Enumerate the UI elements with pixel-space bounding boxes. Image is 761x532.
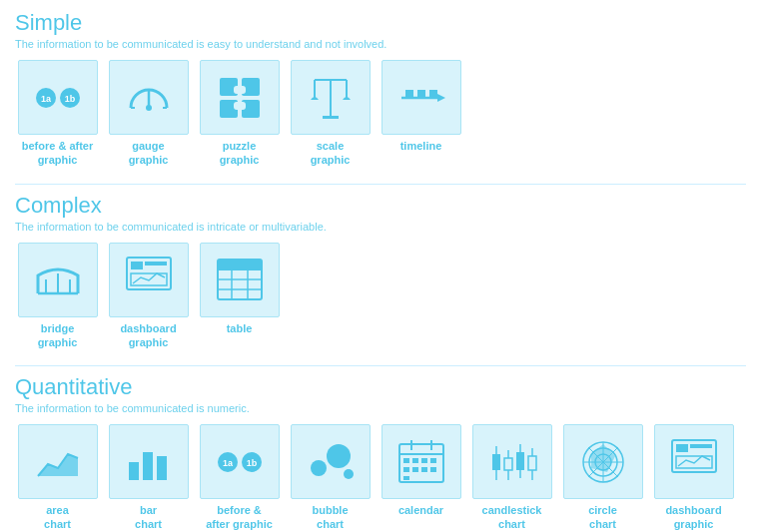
gauge-icon-box	[109, 60, 189, 135]
section-quantitative-items: areachart barchart before &after graphic…	[15, 424, 746, 532]
bar-chart-label: barchart	[135, 503, 162, 532]
section-simple-desc: The information to be communicated is ea…	[15, 38, 746, 50]
bridge-icon-box	[18, 243, 98, 317]
dashboard-label: dashboardgraphic	[120, 321, 176, 350]
item-bridge[interactable]: bridgegraphic	[15, 243, 100, 350]
item-puzzle[interactable]: puzzlegraphic	[197, 60, 282, 168]
bubble-chart-icon-box	[291, 424, 371, 499]
timeline-label: timeline	[400, 139, 442, 153]
item-dashboard-graphic-q[interactable]: dashboardgraphic	[651, 424, 736, 532]
before-after-icon-box	[18, 60, 98, 135]
area-chart-label: areachart	[44, 503, 71, 532]
timeline-icon-box	[381, 60, 461, 135]
item-scale[interactable]: scalegraphic	[288, 60, 373, 168]
circle-chart-label: circlechart	[588, 503, 617, 532]
section-quantitative-title: Quantitative	[15, 374, 746, 400]
bubble-chart-label: bubblechart	[312, 503, 348, 532]
dashboard-icon-box	[109, 243, 189, 317]
dashboard-q-label: dashboardgraphic	[665, 503, 721, 532]
section-simple-items: before & after graphic gaugegraphic puzz…	[15, 60, 746, 168]
item-candlestick-chart[interactable]: candlestickchart	[469, 424, 554, 532]
section-complex-desc: The information to be communicated is in…	[15, 221, 746, 233]
section-complex-title: Complex	[15, 193, 746, 219]
item-bar-chart[interactable]: barchart	[106, 424, 191, 532]
section-complex: Complex The information to be communicat…	[15, 193, 746, 350]
table-complex-icon-box	[200, 243, 280, 317]
item-gauge[interactable]: gaugegraphic	[106, 60, 191, 168]
before-after-q-icon-box	[200, 424, 280, 499]
item-table-complex[interactable]: table	[197, 243, 282, 350]
section-quantitative-desc: The information to be communicated is nu…	[15, 402, 746, 414]
gauge-label: gaugegraphic	[129, 139, 169, 168]
candlestick-label: candlestickchart	[482, 503, 542, 532]
dashboard-q-icon-box	[654, 424, 734, 499]
divider-complex-quantitative	[15, 365, 746, 366]
page-container: Simple The information to be communicate…	[15, 10, 746, 532]
item-bubble-chart[interactable]: bubblechart	[288, 424, 373, 532]
section-quantitative: Quantitative The information to be commu…	[15, 374, 746, 532]
puzzle-icon-box	[200, 60, 280, 135]
calendar-icon-box	[381, 424, 461, 499]
item-calendar[interactable]: calendar	[379, 424, 463, 532]
item-before-after-q[interactable]: before &after graphic	[197, 424, 282, 532]
item-before-after[interactable]: before & after graphic	[15, 60, 100, 168]
item-dashboard-graphic[interactable]: dashboardgraphic	[106, 243, 191, 350]
circle-chart-icon-box	[563, 424, 643, 499]
calendar-label: calendar	[398, 503, 443, 517]
area-chart-icon-box	[18, 424, 98, 499]
puzzle-label: puzzlegraphic	[220, 139, 260, 168]
item-circle-chart[interactable]: circlechart	[560, 424, 645, 532]
divider-simple-complex	[15, 184, 746, 185]
candlestick-icon-box	[472, 424, 552, 499]
table-complex-label: table	[227, 321, 253, 335]
before-after-label: before & after graphic	[15, 139, 100, 168]
item-area-chart[interactable]: areachart	[15, 424, 100, 532]
before-after-q-label: before &after graphic	[206, 503, 273, 532]
section-complex-items: bridgegraphic dashboardgraphic table	[15, 243, 746, 350]
bar-chart-icon-box	[109, 424, 189, 499]
section-simple: Simple The information to be communicate…	[15, 10, 746, 168]
bridge-label: bridgegraphic	[38, 321, 78, 350]
section-simple-title: Simple	[15, 10, 746, 36]
item-timeline[interactable]: timeline	[379, 60, 463, 168]
scale-icon-box	[291, 60, 371, 135]
scale-label: scalegraphic	[311, 139, 351, 168]
